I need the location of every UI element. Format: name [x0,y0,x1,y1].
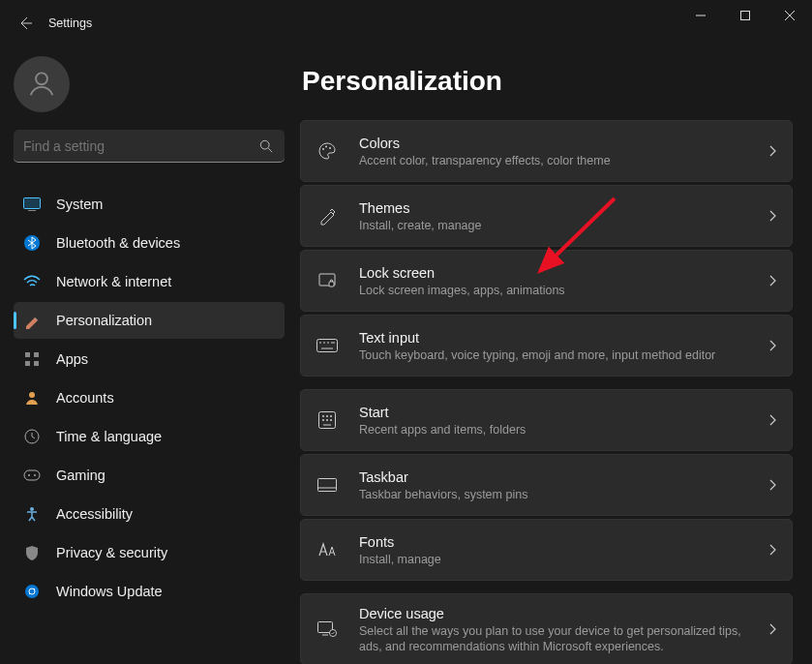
nav-item-system[interactable]: System [14,186,285,223]
gaming-icon [21,465,43,486]
card-device[interactable]: Device usageSelect all the ways you plan… [300,593,793,664]
page-title: Personalization [300,66,793,97]
nav-label: Windows Update [56,584,163,599]
search-input[interactable] [23,138,259,154]
nav-item-time[interactable]: Time & language [14,418,285,455]
chevron-right-icon [768,210,776,222]
svg-point-38 [330,419,332,421]
chevron-right-icon [768,414,776,426]
card-desc: Accent color, transparency effects, colo… [359,153,747,168]
content: Personalization ColorsAccent color, tran… [295,46,812,664]
chevron-right-icon [768,340,776,351]
fonts-icon [316,539,338,560]
svg-point-33 [322,415,324,417]
taskbar-icon [316,474,338,496]
nav-label: Bluetooth & devices [56,235,180,251]
card-desc: Install, manage [359,552,747,567]
lock-icon [316,270,338,291]
nav-label: Accessibility [56,506,133,522]
minimize-button[interactable] [678,0,723,31]
chevron-right-icon [768,623,776,635]
nav-item-update[interactable]: Windows Update [14,573,285,610]
back-button[interactable] [10,8,41,39]
chevron-right-icon [768,275,776,287]
nav-item-accessibility[interactable]: Accessibility [14,496,285,532]
svg-point-17 [28,474,30,476]
titlebar: Settings [0,0,812,46]
start-icon [316,409,338,431]
bluetooth-icon [21,232,43,254]
svg-rect-10 [25,352,30,357]
nav-item-bluetooth[interactable]: Bluetooth & devices [14,225,285,261]
svg-point-23 [329,147,331,149]
card-title: Themes [359,198,747,218]
card-desc: Select all the ways you plan to use your… [359,623,747,654]
card-title: Colors [359,134,747,153]
nav-item-personalization[interactable]: Personalization [14,302,285,339]
nav-label: Time & language [56,429,162,444]
card-desc: Lock screen images, apps, animations [359,283,747,298]
card-title: Fonts [359,532,747,552]
chevron-right-icon [768,544,776,556]
svg-point-34 [326,415,328,417]
sidebar: SystemBluetooth & devicesNetwork & inter… [0,46,295,664]
svg-point-18 [34,474,36,476]
nav-item-network[interactable]: Network & internet [14,263,285,300]
svg-point-19 [30,507,34,511]
svg-rect-25 [329,282,334,287]
card-text[interactable]: Text inputTouch keyboard, voice typing, … [300,315,793,377]
personalization-icon [21,310,43,331]
user-avatar[interactable] [14,56,70,112]
nav-item-gaming[interactable]: Gaming [14,457,285,494]
svg-point-37 [326,419,328,421]
nav-label: Personalization [56,313,152,328]
card-title: Lock screen [359,263,747,283]
svg-point-4 [36,73,47,84]
svg-rect-13 [34,361,39,366]
chevron-right-icon [768,479,776,491]
close-button[interactable] [767,0,812,31]
search-icon [259,139,275,153]
svg-line-6 [268,148,272,152]
svg-rect-40 [318,479,337,492]
nav-label: Apps [56,351,88,367]
card-start[interactable]: StartRecent apps and items, folders [300,389,793,451]
apps-icon [21,348,43,370]
svg-rect-26 [317,340,338,352]
text-icon [316,335,338,356]
colors-icon [316,140,338,162]
card-colors[interactable]: ColorsAccent color, transparency effects… [300,120,793,182]
themes-icon [316,205,338,226]
nav-item-accounts[interactable]: Accounts [14,379,285,416]
accessibility-icon [21,503,43,525]
card-desc: Recent apps and items, folders [359,422,747,438]
svg-point-36 [322,419,324,421]
svg-point-21 [322,148,324,150]
card-desc: Touch keyboard, voice typing, emoji and … [359,347,747,363]
card-title: Text input [359,328,747,347]
nav-item-privacy[interactable]: Privacy & security [14,534,285,571]
settings-cards: ColorsAccent color, transparency effects… [300,120,793,664]
card-desc: Taskbar behaviors, system pins [359,487,747,502]
search-box[interactable] [14,130,285,163]
svg-rect-16 [24,470,40,480]
svg-rect-11 [34,352,39,357]
card-themes[interactable]: ThemesInstall, create, manage [300,185,793,247]
nav-label: Privacy & security [56,545,167,560]
card-title: Taskbar [359,468,747,487]
svg-point-22 [325,146,327,148]
system-icon [21,194,43,215]
window-title: Settings [48,16,92,30]
card-taskbar[interactable]: TaskbarTaskbar behaviors, system pins [300,454,793,516]
nav-item-apps[interactable]: Apps [14,341,285,377]
privacy-icon [21,542,43,563]
card-title: Start [359,403,747,422]
nav-label: Network & internet [56,274,171,289]
svg-rect-1 [741,12,750,20]
chevron-right-icon [768,145,776,157]
svg-point-5 [260,140,269,149]
card-fonts[interactable]: FontsInstall, manage [300,519,793,581]
svg-rect-12 [25,361,30,366]
maximize-button[interactable] [723,0,767,31]
card-lock[interactable]: Lock screenLock screen images, apps, ani… [300,250,793,312]
